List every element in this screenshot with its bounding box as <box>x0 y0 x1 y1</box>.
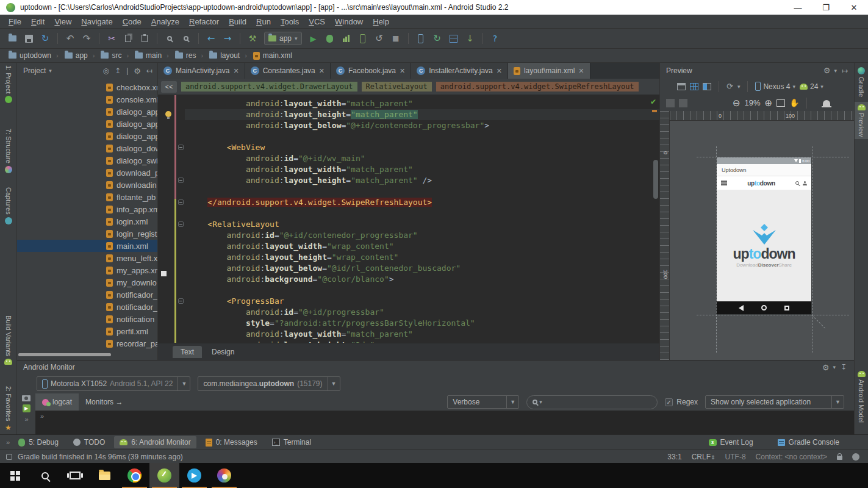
close-icon[interactable]: ✕ <box>400 67 405 75</box>
start-button[interactable] <box>0 463 30 488</box>
caret-position[interactable]: 33:1 <box>667 453 681 461</box>
taskbar-search[interactable] <box>30 463 60 488</box>
gear-icon[interactable]: ⚙ <box>822 363 830 372</box>
menu-vcs[interactable]: VCS <box>304 16 330 27</box>
file-item-login_regist[interactable]: login_regist <box>17 228 157 240</box>
code-lines[interactable]: android:layout_width="match_parent" andr… <box>185 98 659 343</box>
log-level-dropdown[interactable]: Verbose ▼ <box>447 395 519 409</box>
code-line[interactable] <box>185 285 659 296</box>
menu-file[interactable]: File <box>4 16 26 27</box>
gear-icon[interactable]: ⚙ <box>823 66 831 75</box>
code-line[interactable]: android:layout_width="match_parent" <box>185 164 659 175</box>
copy-icon[interactable] <box>121 31 135 46</box>
profile-icon[interactable] <box>339 31 354 46</box>
device-preview[interactable]: 6:00 Uptodown uptodown <box>717 157 811 314</box>
editor-tab-InstallerActivity-java[interactable]: CInstallerActivity.java✕ <box>411 63 508 79</box>
code-line[interactable] <box>185 186 659 197</box>
paint[interactable] <box>209 463 239 488</box>
forward-icon[interactable]: → <box>220 31 235 46</box>
editor-tab-Constantes-java[interactable]: CConstantes.java✕ <box>245 63 331 79</box>
fold-marker-icon[interactable] <box>178 145 184 150</box>
breadcrumb-item-layout[interactable]: layout <box>207 51 245 60</box>
more-icons-chevron[interactable]: » <box>24 415 27 423</box>
filter-dropdown[interactable]: Show only selected application ▼ <box>705 395 844 409</box>
task-view-button[interactable] <box>60 463 90 488</box>
file-item-recordar_pa[interactable]: recordar_pa <box>17 337 157 350</box>
preview-canvas[interactable]: 0 100 0 100 <box>660 111 854 360</box>
tool-strip-tab-preview[interactable]: Preview <box>855 102 868 139</box>
zoom-in-icon[interactable]: ⊕ <box>765 98 773 109</box>
file-item-dialogo_dow[interactable]: dialogo_dow <box>17 142 157 154</box>
regex-checkbox[interactable]: ✓ <box>665 398 673 406</box>
avd-manager-icon[interactable] <box>414 31 428 46</box>
screen-record-icon[interactable]: ▶ <box>23 404 30 412</box>
fold-marker-icon[interactable] <box>178 199 184 205</box>
regex-option[interactable]: ✓ Regex <box>665 398 698 406</box>
grid-mode-icon[interactable] <box>690 83 698 90</box>
status-message[interactable]: Gradle build finished in 14s 96ms (39 mi… <box>18 453 183 461</box>
logcat-output[interactable]: » <box>35 411 854 434</box>
run-icon[interactable]: ▶ <box>306 31 321 46</box>
toolwindow-tab-6-android-monitor[interactable]: 6: Android Monitor <box>114 436 196 448</box>
file-item-main.xml[interactable]: main.xml <box>17 240 157 252</box>
breadcrumb-item-main-xml[interactable]: main.xml <box>251 51 297 60</box>
sdk-manager-icon[interactable]: ↓ <box>463 31 478 46</box>
layout-mode-icon[interactable] <box>677 83 686 90</box>
lock-icon[interactable] <box>837 456 842 460</box>
tool-strip-tab-captures[interactable]: Captures <box>0 187 16 224</box>
code-line[interactable] <box>185 208 659 219</box>
redo-icon[interactable]: ↷ <box>79 31 94 46</box>
rotate-device-icon[interactable]: ⟳ <box>726 82 733 91</box>
code-line[interactable]: android:layout_height="match_parent" <box>185 109 659 120</box>
code-line[interactable]: android:layout_height="3dp" <box>185 340 659 343</box>
close-icon[interactable]: ✕ <box>578 67 584 75</box>
build-icon[interactable]: ⚒ <box>245 31 260 46</box>
synchronize-icon[interactable]: ↻ <box>38 31 52 46</box>
editor-gutter[interactable] <box>158 95 185 343</box>
code-line[interactable]: android:id="@+id/wv_main" <box>185 153 659 164</box>
file-item-checkbox.xm[interactable]: checkbox.xm <box>17 81 157 93</box>
code-line[interactable]: <ProgressBar <box>185 296 659 307</box>
file-item-downloadin[interactable]: downloadin <box>17 179 157 191</box>
breadcrumb-item-app[interactable]: app <box>62 51 93 60</box>
code-line[interactable]: android:layout_height="wrap_content" <box>185 252 659 263</box>
file-item-notificador_[interactable]: notificador_ <box>17 289 157 301</box>
code-line[interactable]: android:layout_height="match_parent" /> <box>185 175 659 186</box>
code-line[interactable]: android:layout_width="wrap_content" <box>185 241 659 252</box>
code-line[interactable]: android:layout_below="@id/rl_contenedor_… <box>185 263 659 274</box>
home-icon[interactable] <box>761 305 767 310</box>
menu-code[interactable]: Code <box>118 16 146 27</box>
breadcrumb-item-src[interactable]: src <box>98 51 126 60</box>
file-item-dialogo_app[interactable]: dialogo_app <box>17 106 157 118</box>
chevron-down-icon[interactable]: ▾ <box>833 364 836 370</box>
tool-strip-tab-gradle[interactable]: Gradle <box>855 67 868 97</box>
zoom-to-fit-icon[interactable] <box>777 99 785 107</box>
close-icon[interactable]: ✕ <box>233 67 239 75</box>
file-item-notificador_[interactable]: notificador_ <box>17 301 157 313</box>
tab-logcat[interactable]: logcat <box>35 393 79 411</box>
file-explorer[interactable] <box>90 463 120 488</box>
list-mode-icon[interactable] <box>703 83 711 90</box>
minimize-button[interactable]: — <box>784 0 812 15</box>
pan-hand-icon[interactable]: ✋ <box>789 98 799 107</box>
stop-icon[interactable]: ■ <box>389 31 403 46</box>
project-panel-title[interactable]: Project <box>23 66 46 75</box>
close-button[interactable]: ✕ <box>840 0 868 15</box>
breadcrumb-item-res[interactable]: res <box>173 51 201 60</box>
file-item-my_apps.xm[interactable]: my_apps.xm <box>17 264 157 276</box>
api-level-selector[interactable]: 24 ▾ <box>800 82 823 91</box>
tag-breadcrumb-2[interactable]: RelativeLayout <box>362 82 432 92</box>
chevron-down-icon[interactable]: ▼ <box>506 396 518 408</box>
code-line[interactable]: android:layout_width="match_parent" <box>185 98 659 109</box>
replace-icon[interactable] <box>179 31 193 46</box>
rerun-icon[interactable]: ↺ <box>372 31 387 46</box>
hide-panel-icon[interactable]: ↧ <box>839 363 848 371</box>
tool-strip-tab-7-structure[interactable]: 7: Structure <box>0 129 16 173</box>
fold-marker-icon[interactable] <box>178 298 184 304</box>
device-selector[interactable]: Nexus 4 ▾ <box>755 82 795 91</box>
tool-strip-tab-android-model[interactable]: Android Model <box>855 371 868 423</box>
fold-marker-icon[interactable] <box>178 221 184 227</box>
chrome[interactable] <box>120 463 149 488</box>
account-icon[interactable] <box>803 181 807 185</box>
gear-icon[interactable]: ⚙ <box>132 66 142 76</box>
